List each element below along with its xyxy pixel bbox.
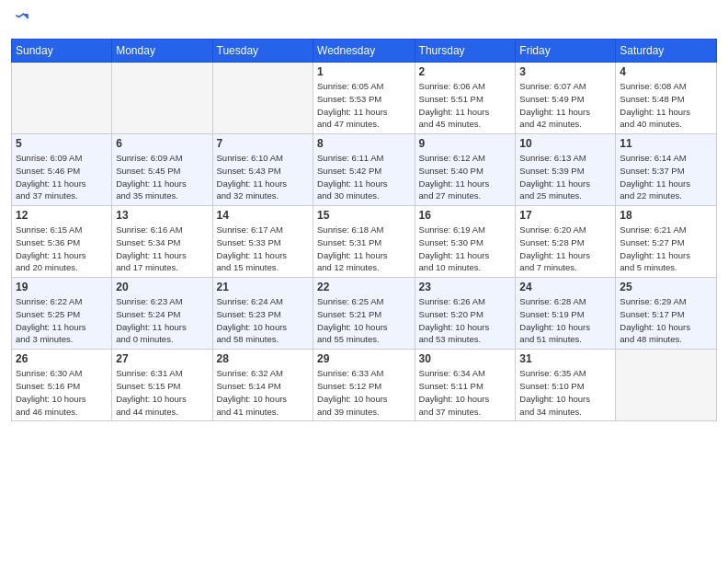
day-info: Sunrise: 6:24 AMSunset: 5:23 PMDaylight:… xyxy=(217,295,310,346)
calendar-week-4: 19Sunrise: 6:22 AMSunset: 5:25 PMDayligh… xyxy=(12,278,717,350)
weekday-header-sunday: Sunday xyxy=(12,40,112,63)
weekday-header-row: SundayMondayTuesdayWednesdayThursdayFrid… xyxy=(12,40,717,63)
day-number: 2 xyxy=(419,65,512,78)
day-number: 15 xyxy=(317,209,411,222)
day-number: 3 xyxy=(519,65,611,78)
calendar-cell: 8Sunrise: 6:11 AMSunset: 5:42 PMDaylight… xyxy=(313,134,415,206)
day-info: Sunrise: 6:20 AMSunset: 5:28 PMDaylight:… xyxy=(519,224,611,274)
calendar-week-5: 26Sunrise: 6:30 AMSunset: 5:16 PMDayligh… xyxy=(12,350,717,421)
day-info: Sunrise: 6:19 AMSunset: 5:30 PMDaylight:… xyxy=(419,224,512,274)
weekday-header-saturday: Saturday xyxy=(616,40,717,63)
day-number: 29 xyxy=(317,352,411,365)
day-info: Sunrise: 6:18 AMSunset: 5:31 PMDaylight:… xyxy=(317,224,411,274)
calendar-cell: 9Sunrise: 6:12 AMSunset: 5:40 PMDaylight… xyxy=(415,134,516,206)
day-info: Sunrise: 6:35 AMSunset: 5:10 PMDaylight:… xyxy=(519,367,611,418)
weekday-header-thursday: Thursday xyxy=(415,40,516,63)
calendar-cell xyxy=(616,350,717,421)
day-info: Sunrise: 6:30 AMSunset: 5:16 PMDaylight:… xyxy=(16,367,108,418)
day-number: 25 xyxy=(620,281,712,293)
day-number: 1 xyxy=(317,65,411,78)
calendar-cell: 7Sunrise: 6:10 AMSunset: 5:43 PMDaylight… xyxy=(212,134,313,206)
day-number: 10 xyxy=(519,137,611,150)
day-info: Sunrise: 6:33 AMSunset: 5:12 PMDaylight:… xyxy=(317,367,411,418)
calendar-cell: 12Sunrise: 6:15 AMSunset: 5:36 PMDayligh… xyxy=(12,206,112,278)
day-number: 26 xyxy=(16,352,108,365)
calendar-cell: 14Sunrise: 6:17 AMSunset: 5:33 PMDayligh… xyxy=(212,206,313,278)
day-number: 11 xyxy=(620,137,712,150)
calendar-cell: 19Sunrise: 6:22 AMSunset: 5:25 PMDayligh… xyxy=(12,278,112,350)
calendar-cell: 28Sunrise: 6:32 AMSunset: 5:14 PMDayligh… xyxy=(212,350,313,421)
day-info: Sunrise: 6:22 AMSunset: 5:25 PMDaylight:… xyxy=(16,295,108,346)
day-number: 16 xyxy=(419,209,512,222)
day-number: 5 xyxy=(16,137,108,150)
day-number: 30 xyxy=(419,352,512,365)
calendar-cell xyxy=(12,63,112,134)
day-number: 8 xyxy=(317,137,411,150)
calendar-cell: 15Sunrise: 6:18 AMSunset: 5:31 PMDayligh… xyxy=(313,206,415,278)
day-number: 6 xyxy=(116,137,208,150)
calendar-week-2: 5Sunrise: 6:09 AMSunset: 5:46 PMDaylight… xyxy=(12,134,717,206)
day-info: Sunrise: 6:32 AMSunset: 5:14 PMDaylight:… xyxy=(217,367,310,418)
day-number: 31 xyxy=(519,352,611,365)
day-number: 9 xyxy=(419,137,512,150)
calendar-week-3: 12Sunrise: 6:15 AMSunset: 5:36 PMDayligh… xyxy=(12,206,717,278)
calendar-cell: 3Sunrise: 6:07 AMSunset: 5:49 PMDaylight… xyxy=(516,63,616,134)
day-info: Sunrise: 6:10 AMSunset: 5:43 PMDaylight:… xyxy=(217,152,310,202)
day-info: Sunrise: 6:23 AMSunset: 5:24 PMDaylight:… xyxy=(116,295,208,346)
day-info: Sunrise: 6:15 AMSunset: 5:36 PMDaylight:… xyxy=(16,224,108,274)
day-info: Sunrise: 6:26 AMSunset: 5:20 PMDaylight:… xyxy=(419,295,512,346)
day-info: Sunrise: 6:05 AMSunset: 5:53 PMDaylight:… xyxy=(317,80,411,131)
day-info: Sunrise: 6:34 AMSunset: 5:11 PMDaylight:… xyxy=(419,367,512,418)
calendar-cell: 29Sunrise: 6:33 AMSunset: 5:12 PMDayligh… xyxy=(313,350,415,421)
calendar-week-1: 1Sunrise: 6:05 AMSunset: 5:53 PMDaylight… xyxy=(12,63,717,134)
calendar-cell: 24Sunrise: 6:28 AMSunset: 5:19 PMDayligh… xyxy=(516,278,616,350)
day-number: 24 xyxy=(519,281,611,293)
calendar-table: SundayMondayTuesdayWednesdayThursdayFrid… xyxy=(11,39,717,421)
day-info: Sunrise: 6:14 AMSunset: 5:37 PMDaylight:… xyxy=(620,152,712,202)
day-info: Sunrise: 6:09 AMSunset: 5:46 PMDaylight:… xyxy=(16,152,108,202)
calendar-cell: 25Sunrise: 6:29 AMSunset: 5:17 PMDayligh… xyxy=(616,278,717,350)
logo xyxy=(11,9,31,31)
day-info: Sunrise: 6:28 AMSunset: 5:19 PMDaylight:… xyxy=(519,295,611,346)
day-info: Sunrise: 6:13 AMSunset: 5:39 PMDaylight:… xyxy=(519,152,611,202)
weekday-header-monday: Monday xyxy=(112,40,212,63)
weekday-header-friday: Friday xyxy=(516,40,616,63)
day-number: 12 xyxy=(16,209,108,222)
calendar-cell: 10Sunrise: 6:13 AMSunset: 5:39 PMDayligh… xyxy=(516,134,616,206)
logo-icon xyxy=(13,9,31,28)
calendar-cell xyxy=(112,63,212,134)
day-number: 14 xyxy=(217,209,310,222)
day-number: 18 xyxy=(620,209,712,222)
calendar-cell: 13Sunrise: 6:16 AMSunset: 5:34 PMDayligh… xyxy=(112,206,212,278)
day-number: 13 xyxy=(116,209,208,222)
calendar-cell: 22Sunrise: 6:25 AMSunset: 5:21 PMDayligh… xyxy=(313,278,415,350)
calendar-cell: 6Sunrise: 6:09 AMSunset: 5:45 PMDaylight… xyxy=(112,134,212,206)
calendar-cell: 5Sunrise: 6:09 AMSunset: 5:46 PMDaylight… xyxy=(12,134,112,206)
day-info: Sunrise: 6:08 AMSunset: 5:48 PMDaylight:… xyxy=(620,80,712,131)
day-info: Sunrise: 6:29 AMSunset: 5:17 PMDaylight:… xyxy=(620,295,712,346)
weekday-header-wednesday: Wednesday xyxy=(313,40,415,63)
day-info: Sunrise: 6:07 AMSunset: 5:49 PMDaylight:… xyxy=(519,80,611,131)
day-number: 27 xyxy=(116,352,208,365)
calendar-cell: 26Sunrise: 6:30 AMSunset: 5:16 PMDayligh… xyxy=(12,350,112,421)
calendar-container: SundayMondayTuesdayWednesdayThursdayFrid… xyxy=(0,0,728,563)
day-number: 22 xyxy=(317,281,411,293)
day-info: Sunrise: 6:31 AMSunset: 5:15 PMDaylight:… xyxy=(116,367,208,418)
day-info: Sunrise: 6:16 AMSunset: 5:34 PMDaylight:… xyxy=(116,224,208,274)
weekday-header-tuesday: Tuesday xyxy=(212,40,313,63)
day-number: 7 xyxy=(217,137,310,150)
calendar-cell: 4Sunrise: 6:08 AMSunset: 5:48 PMDaylight… xyxy=(616,63,717,134)
day-number: 17 xyxy=(519,209,611,222)
day-number: 21 xyxy=(217,281,310,293)
header xyxy=(11,9,717,31)
calendar-cell: 18Sunrise: 6:21 AMSunset: 5:27 PMDayligh… xyxy=(616,206,717,278)
day-info: Sunrise: 6:17 AMSunset: 5:33 PMDaylight:… xyxy=(217,224,310,274)
calendar-cell: 20Sunrise: 6:23 AMSunset: 5:24 PMDayligh… xyxy=(112,278,212,350)
calendar-cell: 21Sunrise: 6:24 AMSunset: 5:23 PMDayligh… xyxy=(212,278,313,350)
day-info: Sunrise: 6:12 AMSunset: 5:40 PMDaylight:… xyxy=(419,152,512,202)
calendar-cell: 16Sunrise: 6:19 AMSunset: 5:30 PMDayligh… xyxy=(415,206,516,278)
day-info: Sunrise: 6:11 AMSunset: 5:42 PMDaylight:… xyxy=(317,152,411,202)
calendar-cell: 11Sunrise: 6:14 AMSunset: 5:37 PMDayligh… xyxy=(616,134,717,206)
day-number: 23 xyxy=(419,281,512,293)
day-info: Sunrise: 6:21 AMSunset: 5:27 PMDaylight:… xyxy=(620,224,712,274)
